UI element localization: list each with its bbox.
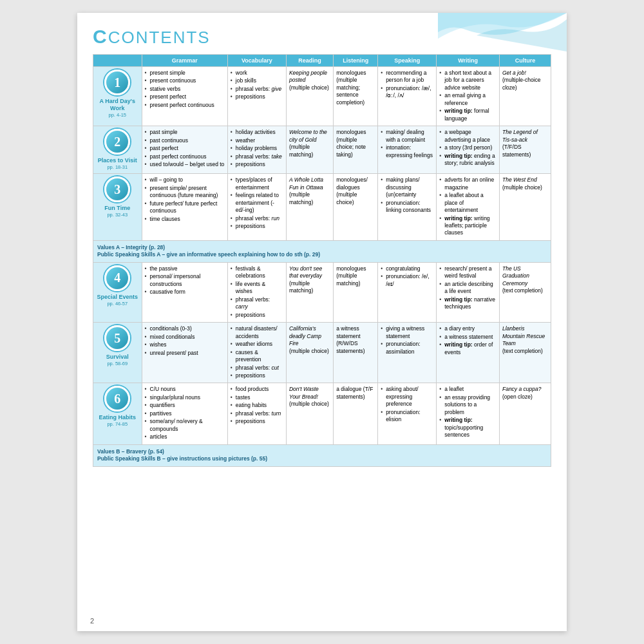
unit-cell: 1 A Hard Day's Work pp. 4-15 xyxy=(93,67,142,126)
list-item: prepositions xyxy=(231,223,283,230)
table-row: 5 Survival pp. 58-69 conditionals (0-3)m… xyxy=(93,323,551,383)
list-item: phrasal verbs: carry xyxy=(231,296,283,311)
values-bold: Values A – Integrity (p. 28) xyxy=(97,244,165,251)
unit-name: Survival xyxy=(96,354,139,361)
list-item: C/U nouns xyxy=(145,386,225,393)
culture-cell: The West End(multiple choice) xyxy=(499,174,551,241)
list-item: mixed conditionals xyxy=(145,334,225,341)
list-item: an email giving a reference xyxy=(439,92,497,107)
reading-cell: Don't Waste Your Bread!(multiple choice) xyxy=(286,383,333,444)
list-item: a story (3rd person) xyxy=(439,144,497,151)
list-item: phrasal verbs: give xyxy=(231,86,283,93)
speaking-cell: congratulatingpronunciation: /e/, /eɪ/ xyxy=(378,262,437,322)
table-row: 1 A Hard Day's Work pp. 4-15 present sim… xyxy=(93,67,551,126)
list-item: used to/would – be/get used to xyxy=(145,161,225,168)
culture-cell: Get a job!(multiple-choice cloze) xyxy=(499,67,551,126)
unit-cell: 2 Places to Visit pp. 18-31 xyxy=(93,126,142,174)
list-item: holiday problems xyxy=(231,145,283,152)
writing-cell: a diary entrya witness statementwriting … xyxy=(437,323,500,383)
page-container: CContents Grammar Vocabulary Reading Lis… xyxy=(77,13,567,631)
list-item: pronunciation: /æ/, /ɑː/, /ʌ/ xyxy=(381,85,433,100)
list-item: writing tip: writing leaflets; participl… xyxy=(439,215,497,237)
list-item: phrasal verbs: cut xyxy=(231,365,283,372)
writing-cell: a webpage advertising a placea story (3r… xyxy=(437,126,500,174)
list-item: prepositions xyxy=(231,312,283,319)
vocabulary-cell: types/places of entertainmentfeelings re… xyxy=(227,174,286,241)
list-item: some/any/ no/every & compounds xyxy=(145,418,225,433)
table-row: 6 Eating Habits pp. 74-85 C/U nounssingu… xyxy=(93,383,551,444)
list-item: writing tip: narrative techniques xyxy=(439,296,497,311)
listening-cell: monologues/ dialogues (multiple choice) xyxy=(334,174,378,241)
unit-name: Eating Habits xyxy=(96,414,139,421)
list-item: partitives xyxy=(145,410,225,417)
writing-cell: research/ present a weird festivalan art… xyxy=(437,262,500,322)
unit-circle: 5 xyxy=(104,325,130,351)
list-item: a witness statement xyxy=(439,334,497,341)
list-item: time clauses xyxy=(145,216,225,223)
header-culture: Culture xyxy=(499,55,551,67)
list-item: adverts for an online magazine xyxy=(439,176,497,191)
list-item: writing tip: formal language xyxy=(439,108,497,122)
list-item: prepositions xyxy=(231,418,283,425)
list-item: phrasal verbs: turn xyxy=(231,410,283,417)
table-row: 4 Special Events pp. 46-57 the passivepe… xyxy=(93,262,551,322)
list-item: festivals & celebrations xyxy=(231,265,283,280)
reading-cell: Keeping people posted(multiple choice) xyxy=(286,67,333,126)
unit-pages: pp. 74-85 xyxy=(96,421,139,428)
list-item: present simple/ present continuous (futu… xyxy=(145,185,225,200)
culture-cell: Llanberis Mountain Rescue Team(text comp… xyxy=(499,323,551,383)
speaking-cell: making/ dealing with a complaintintonati… xyxy=(378,126,437,174)
list-item: prepositions xyxy=(231,93,283,100)
list-item: causative form xyxy=(145,289,225,296)
unit-circle: 1 xyxy=(104,70,130,95)
wave-decoration xyxy=(438,13,567,52)
list-item: past simple xyxy=(145,129,225,136)
unit-pages: pp. 4-15 xyxy=(96,112,139,118)
list-item: a diary entry xyxy=(439,325,497,332)
unit-pages: pp. 46-57 xyxy=(96,301,139,307)
speaking-cell: making plans/ discussing (un)certaintypr… xyxy=(378,174,437,241)
list-item: present perfect xyxy=(145,93,225,100)
list-item: tastes xyxy=(231,394,283,401)
list-item: writing tip: ending a story; rubric anal… xyxy=(439,153,497,167)
list-item: future perfect/ future perfect continuou… xyxy=(145,200,225,215)
culture-cell: The Legend of Tis-sa-ack(T/F/DS statemen… xyxy=(499,126,551,174)
vocabulary-cell: workjob skillsphrasal verbs: givepreposi… xyxy=(227,67,286,126)
reading-cell: California's deadly Camp Fire(multiple c… xyxy=(286,323,333,383)
list-item: quantifiers xyxy=(145,402,225,409)
list-item: causes & prevention xyxy=(231,349,283,364)
list-item: articles xyxy=(145,433,225,440)
culture-cell: The US Graduation Ceremony(text completi… xyxy=(499,262,551,322)
list-item: work xyxy=(231,70,283,77)
writing-cell: a short text about a job for a careers a… xyxy=(437,67,500,126)
list-item: phrasal verbs: run xyxy=(231,215,283,222)
vocabulary-cell: holiday activitiesweatherholiday problem… xyxy=(227,126,286,174)
header-speaking: Speaking xyxy=(378,55,437,67)
speaking-cell: giving a witness statementpronunciation:… xyxy=(378,323,437,383)
list-item: wishes xyxy=(145,341,225,348)
values-bold: Values B – Bravery (p. 54) xyxy=(97,448,164,455)
unit-cell: 6 Eating Habits pp. 74-85 xyxy=(93,383,142,444)
speaking-cell: recommending a person for a jobpronuncia… xyxy=(378,67,437,126)
list-item: weather idioms xyxy=(231,341,283,348)
unit-name: Places to Visit xyxy=(96,157,139,164)
contents-table: Grammar Vocabulary Reading Listening Spe… xyxy=(93,54,551,467)
list-item: holiday activities xyxy=(231,129,283,136)
listening-cell: monologues (multiple matching) xyxy=(334,262,378,322)
list-item: making plans/ discussing (un)certainty xyxy=(381,176,433,198)
listening-cell: a dialogue (T/F statements) xyxy=(334,383,378,444)
unit-pages: pp. 32-43 xyxy=(96,212,139,218)
list-item: research/ present a weird festival xyxy=(439,265,497,280)
list-item: present simple xyxy=(145,70,225,77)
writing-cell: adverts for an online magazinea leaflet … xyxy=(437,174,500,241)
list-item: writing tip: order of events xyxy=(439,341,497,356)
list-item: a webpage advertising a place xyxy=(439,129,497,144)
list-item: past perfect continuous xyxy=(145,153,225,160)
unit-cell: 5 Survival pp. 58-69 xyxy=(93,323,142,383)
listening-cell: monologues (multiple choice; note taking… xyxy=(334,126,378,174)
unit-circle: 6 xyxy=(104,386,130,412)
grammar-cell: conditionals (0-3)mixed conditionalswish… xyxy=(142,323,227,383)
header-reading: Reading xyxy=(286,55,333,67)
vocabulary-cell: festivals & celebrationslife events & wi… xyxy=(227,262,286,322)
listening-cell: monologues (multiple matching; sentence … xyxy=(334,67,378,126)
